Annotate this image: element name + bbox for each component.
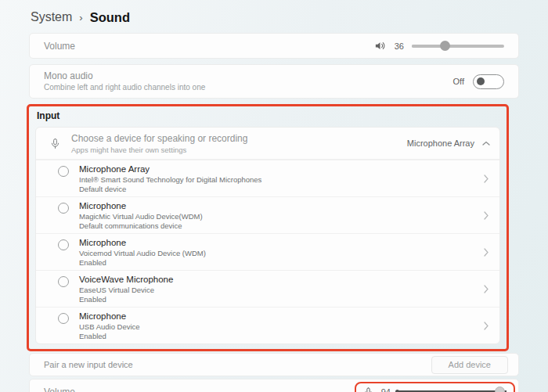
device-status: Default device — [79, 185, 261, 194]
slider-thumb[interactable] — [440, 41, 450, 51]
mono-audio-title: Mono audio — [44, 70, 205, 81]
output-volume-slider[interactable] — [412, 41, 504, 52]
page-title: Sound — [90, 10, 130, 25]
selected-device-label: Microphone Array — [407, 138, 474, 148]
device-status: Default communications device — [79, 221, 203, 231]
pair-device-label: Pair a new input device — [44, 360, 133, 369]
device-radio[interactable] — [58, 276, 69, 287]
breadcrumb-system[interactable]: System — [31, 10, 72, 24]
pair-device-card: Pair a new input device Add device — [29, 353, 519, 376]
device-row-voicewave[interactable]: VoiceWave Microphone EaseUS Virtual Devi… — [36, 270, 499, 307]
slider-thumb[interactable] — [495, 387, 505, 392]
input-volume-value: 94 — [380, 387, 391, 392]
chevron-right-icon — [484, 322, 489, 330]
device-name: Microphone — [79, 238, 206, 248]
device-radio[interactable] — [58, 166, 69, 177]
output-volume-value: 36 — [393, 41, 404, 51]
device-name: VoiceWave Microphone — [79, 275, 173, 285]
output-volume-label: Volume — [44, 41, 75, 52]
chooser-subtitle: Apps might have their own settings — [71, 146, 247, 154]
device-description: EaseUS Virtual Device — [79, 286, 173, 295]
output-volume-card: Volume 36 — [29, 33, 519, 59]
input-volume-slider[interactable] — [397, 387, 507, 392]
annotation-box-input: Input Choose a device for speaking or re… — [27, 104, 509, 351]
chevron-right-icon — [484, 174, 489, 183]
device-status: Enabled — [79, 258, 206, 268]
add-device-button[interactable]: Add device — [431, 356, 508, 374]
device-row-magicmic[interactable]: Microphone MagicMic Virtual Audio Device… — [36, 196, 499, 233]
chevron-right-icon — [484, 285, 489, 293]
device-row-usb[interactable]: Microphone USB Audio Device Enabled — [36, 307, 499, 343]
microphone-icon — [49, 138, 61, 149]
device-status: Enabled — [79, 295, 173, 304]
device-row-microphone-array[interactable]: Microphone Array Intel® Smart Sound Tech… — [36, 160, 499, 196]
device-description: USB Audio Device — [79, 322, 140, 332]
input-volume-label: Volume — [44, 387, 75, 392]
breadcrumb: System › Sound — [29, 0, 519, 33]
annotation-box-input-volume: 94 — [355, 382, 515, 392]
selected-input-device[interactable]: Microphone Array — [407, 138, 490, 148]
chevron-right-icon — [484, 211, 489, 220]
mono-audio-state: Off — [453, 77, 464, 86]
breadcrumb-separator: › — [79, 11, 82, 23]
chooser-title: Choose a device for speaking or recordin… — [71, 133, 247, 144]
device-radio[interactable] — [58, 239, 69, 250]
device-name: Microphone — [79, 201, 203, 211]
mono-audio-card: Mono audio Combine left and right audio … — [29, 64, 519, 99]
device-description: Intel® Smart Sound Technology for Digita… — [79, 175, 261, 185]
device-row-voicemod[interactable]: Microphone Voicemod Virtual Audio Device… — [36, 233, 499, 270]
device-name: Microphone — [79, 311, 140, 322]
chevron-right-icon — [484, 248, 489, 257]
device-status: Enabled — [79, 332, 140, 341]
mono-audio-subtitle: Combine left and right audio channels in… — [44, 83, 205, 92]
device-radio[interactable] — [58, 203, 69, 214]
device-description: Voicemod Virtual Audio Device (WDM) — [79, 249, 206, 258]
settings-page: System › Sound Volume 36 Mono audio Comb… — [29, 0, 519, 392]
input-section-label: Input — [37, 110, 500, 121]
device-radio[interactable] — [58, 313, 69, 324]
input-device-chooser[interactable]: Choose a device for speaking or recordin… — [36, 128, 499, 160]
input-volume-card: Volume 94 — [29, 379, 519, 392]
chevron-up-icon — [482, 141, 490, 146]
device-description: MagicMic Virtual Audio Device(WDM) — [79, 212, 203, 221]
device-name: Microphone Array — [79, 164, 261, 174]
speaker-icon — [374, 40, 386, 52]
input-device-expander: Choose a device for speaking or recordin… — [35, 127, 500, 344]
microphone-icon — [363, 387, 373, 392]
mono-audio-toggle[interactable] — [473, 74, 504, 89]
